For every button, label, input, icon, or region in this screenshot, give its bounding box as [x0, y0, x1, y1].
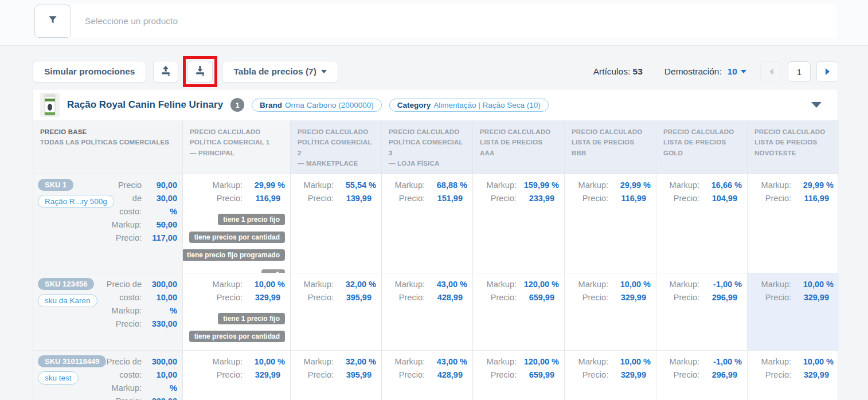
product-variant-pill[interactable]: sku da Karen: [38, 294, 97, 307]
toolbar: Simular promociones Tabla de precios (7): [33, 60, 838, 84]
prev-page-button[interactable]: [760, 61, 782, 82]
calculated-price-cell: Markup:55,54 %Precio:139,99: [290, 174, 381, 273]
price-rule-badge: tiene 1 precio fijo: [218, 214, 285, 225]
upload-icon: [159, 64, 172, 79]
price-line: Precio:330,00: [110, 395, 177, 400]
markup-line: Markup:10,00 %: [187, 355, 285, 368]
column-header-line: PRECIO CALCULADO: [298, 127, 374, 137]
table-row: SKU 1Ração R...ry 500gPrecio90,00de30,00…: [33, 174, 838, 273]
price-line-value: %: [142, 304, 177, 317]
sku-count-badge: 1: [230, 98, 244, 112]
chevron-right-icon: [826, 68, 830, 75]
markup-value: 55,54 %: [334, 179, 376, 192]
price-value: 329,99: [791, 291, 834, 304]
price-table-dropdown[interactable]: Tabla de precios (7): [222, 61, 338, 83]
price-line: Precio:659,99: [478, 368, 559, 382]
price-rule-badge: tiene precios por cantidad: [189, 232, 285, 243]
next-page-button[interactable]: [816, 61, 838, 82]
price-line: Precio:104,99: [661, 192, 742, 205]
simulate-promotions-button[interactable]: Simular promociones: [33, 61, 146, 83]
arrow-count-badge[interactable]: → 1: [261, 269, 285, 273]
product-variant-pill[interactable]: Ração R...ry 500g: [38, 195, 114, 208]
calculated-price-cell: Markup:43,00 %Precio:428,99: [381, 351, 472, 400]
price-label: Precio:: [674, 192, 699, 205]
calculated-price-cell: Markup:10,00 %Precio:329,99: [564, 273, 656, 350]
markup-line: Markup:29,99 %: [569, 179, 651, 192]
calculated-price-cell: Markup:68,88 %Precio:151,99: [381, 174, 472, 273]
price-line-label: Precio:: [116, 232, 142, 245]
price-line-label: costo:: [119, 368, 142, 382]
calculated-price-cell: Markup:120,00 %Precio:659,99: [472, 273, 564, 350]
price-value: 329,99: [243, 291, 285, 304]
annotation-red-box: [183, 56, 217, 87]
price-value: 329,99: [791, 368, 834, 382]
markup-line: Markup:10,00 %: [187, 278, 285, 291]
markup-line: Markup:29,99 %: [187, 179, 285, 192]
price-label: Precio:: [217, 192, 243, 205]
calculated-price-cell: Markup:10,00 %Precio:329,99: [182, 351, 290, 400]
calculated-price-cell: Markup:10,00 %Precio:329,99tiene 1 preci…: [182, 273, 290, 350]
table-column-headers: PRECIO BASETODAS LAS POLÍTICAS COMERCIAL…: [33, 120, 838, 174]
price-line-label: de: [132, 192, 142, 205]
markup-label: Markup:: [395, 355, 425, 368]
price-label: Precio:: [582, 192, 608, 205]
sku-stack: SKU 123456sku da Karen: [38, 278, 97, 346]
price-label: Precio:: [674, 368, 699, 382]
price-label: Precio:: [399, 291, 425, 304]
price-line: Precio de300,00: [101, 278, 177, 291]
price-line-value: %: [142, 382, 177, 395]
page-size-value[interactable]: 10: [728, 66, 737, 77]
price-label: Precio:: [491, 192, 517, 205]
price-label: Precio:: [582, 291, 608, 304]
price-line-value: 300,00: [142, 278, 177, 291]
calculated-price-cell: Markup:159,99 %Precio:233,99: [472, 174, 564, 273]
calculated-price-cell: Markup:29,99 %Precio:116,99: [564, 174, 656, 273]
markup-value: 68,88 %: [425, 179, 467, 192]
calculated-price-cell: Markup:16,66 %Precio:104,99: [656, 174, 747, 273]
price-rule-badges: tiene 1 precio fijotiene precios por can…: [187, 214, 285, 273]
markup-label: Markup:: [578, 355, 608, 368]
markup-value: -1,00 %: [699, 278, 742, 291]
price-line: Precio:329,99: [187, 368, 285, 382]
markup-label: Markup:: [761, 179, 791, 192]
current-page-box[interactable]: 1: [788, 61, 811, 82]
markup-line: Markup:120,00 %: [478, 355, 559, 368]
price-rule-badge: tiene precio fijo programado: [182, 249, 285, 261]
column-header-line: TODAS LAS POLÍTICAS COMERCIALES: [40, 137, 175, 147]
filter-button[interactable]: [34, 5, 71, 38]
price-line-value: 90,00: [142, 179, 177, 192]
markup-value: 29,99 %: [791, 179, 834, 192]
price-line: Precio:116,99: [187, 192, 285, 205]
price-line-label: Precio de: [107, 278, 142, 291]
upload-button[interactable]: [153, 61, 178, 83]
markup-label: Markup:: [213, 278, 243, 291]
markup-line: Markup:68,88 %: [386, 179, 467, 192]
brand-pill[interactable]: Brand Orma Carbono (2000000): [252, 99, 382, 112]
product-variant-pill[interactable]: sku test: [38, 371, 79, 385]
markup-value: 10,00 %: [243, 278, 285, 291]
column-header-line: LISTA DE PRECIOS: [754, 137, 832, 147]
price-line-value: 10,00: [142, 368, 177, 382]
column-header: PRECIO CALCULADOLISTA DE PRECIOS AAA: [472, 120, 564, 174]
markup-value: 43,00 %: [425, 355, 467, 368]
column-header: PRECIO CALCULADOPOLÍTICA COMERCIAL 2— MA…: [290, 120, 381, 174]
price-line: Precio:659,99: [478, 291, 559, 304]
price-line: Precio:428,99: [386, 368, 467, 382]
search-input[interactable]: [71, 5, 837, 38]
base-price-cell: SKU 1Ração R...ry 500gPrecio90,00de30,00…: [33, 174, 182, 273]
markup-line: Markup:10,00 %: [752, 355, 834, 368]
price-value: 659,99: [517, 291, 559, 304]
column-header-line: PRECIO CALCULADO: [190, 127, 283, 137]
price-value: 395,99: [334, 368, 376, 382]
column-header: PRECIO CALCULADOPOLÍTICA COMERCIAL 1— PR…: [182, 120, 290, 174]
markup-line: Markup:32,00 %: [295, 355, 376, 368]
markup-line: Markup:-1,00 %: [661, 355, 742, 368]
download-button[interactable]: [187, 61, 213, 83]
calculated-price-cell: Markup:10,00 %Precio:329,99: [564, 351, 656, 400]
column-header-line: POLÍTICA COMERCIAL 2: [298, 137, 374, 158]
markup-line: Markup:16,66 %: [661, 179, 742, 192]
markup-label: Markup:: [304, 179, 334, 192]
price-value: 329,99: [243, 368, 285, 382]
collapse-product-icon[interactable]: [811, 102, 822, 108]
category-pill[interactable]: Category Alimentação | Ração Seca (10): [389, 99, 549, 112]
